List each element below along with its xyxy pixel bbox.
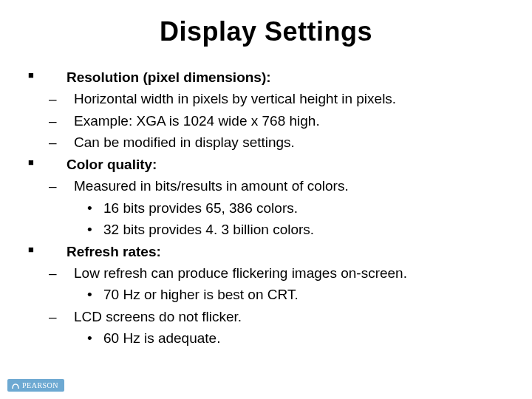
bullet-heading: Color quality: (66, 154, 510, 175)
dash-row: – Example: XGA is 1024 wide x 768 high. (22, 110, 510, 132)
dot-text: 70 Hz or higher is best on CRT. (103, 284, 510, 305)
dash-row: – LCD screens do not flicker. (22, 306, 510, 327)
dash-text: Horizontal width in pixels by vertical h… (74, 88, 510, 109)
dash-icon: – (22, 132, 74, 153)
dot-text: 16 bits provides 65, 386 colors. (103, 197, 510, 219)
dash-row: – Horizontal width in pixels by vertical… (22, 88, 510, 109)
dash-icon: – (22, 262, 74, 284)
dash-text: Example: XGA is 1024 wide x 768 high. (74, 110, 510, 132)
dot-row: • 32 bits provides 4. 3 billion colors. (22, 219, 510, 240)
dash-icon: – (22, 88, 74, 109)
dot-text: 60 Hz is adequate. (103, 327, 510, 349)
bullet-row: ■ Resolution (pixel dimensions): (22, 66, 510, 88)
dash-text: Can be modified in display settings. (74, 132, 510, 153)
dot-icon: • (22, 197, 103, 219)
bullet-heading: Refresh rates: (66, 241, 510, 262)
dash-text: Measured in bits/results in amount of co… (74, 175, 510, 197)
dot-row: • 16 bits provides 65, 386 colors. (22, 197, 510, 219)
dot-row: • 70 Hz or higher is best on CRT. (22, 284, 510, 305)
dash-icon: – (22, 306, 74, 327)
brand-logo: PEARSON (7, 379, 64, 392)
bullet-row: ■ Refresh rates: (22, 241, 510, 262)
dot-text: 32 bits provides 4. 3 billion colors. (103, 219, 510, 240)
dot-icon: • (22, 219, 103, 240)
dash-row: – Measured in bits/results in amount of … (22, 175, 510, 197)
square-bullet-icon: ■ (22, 242, 66, 264)
dot-icon: • (22, 327, 103, 349)
dot-row: • 60 Hz is adequate. (22, 327, 510, 349)
dash-row: – Low refresh can produce flickering ima… (22, 262, 510, 284)
bullet-row: ■ Color quality: (22, 154, 510, 175)
dot-icon: • (22, 284, 103, 305)
square-bullet-icon: ■ (22, 68, 66, 89)
dash-text: Low refresh can produce flickering image… (74, 262, 510, 284)
slide-content: ■ Resolution (pixel dimensions): – Horiz… (0, 47, 532, 349)
square-bullet-icon: ■ (22, 155, 66, 177)
bullet-heading: Resolution (pixel dimensions): (66, 66, 510, 88)
dash-icon: – (22, 110, 74, 132)
slide-title: Display Settings (0, 0, 532, 47)
brand-mark-icon (12, 382, 19, 389)
dash-text: LCD screens do not flicker. (74, 306, 510, 327)
dash-row: – Can be modified in display settings. (22, 132, 510, 153)
brand-text: PEARSON (22, 381, 58, 389)
dash-icon: – (22, 175, 74, 197)
slide: Display Settings ■ Resolution (pixel dim… (0, 0, 532, 399)
